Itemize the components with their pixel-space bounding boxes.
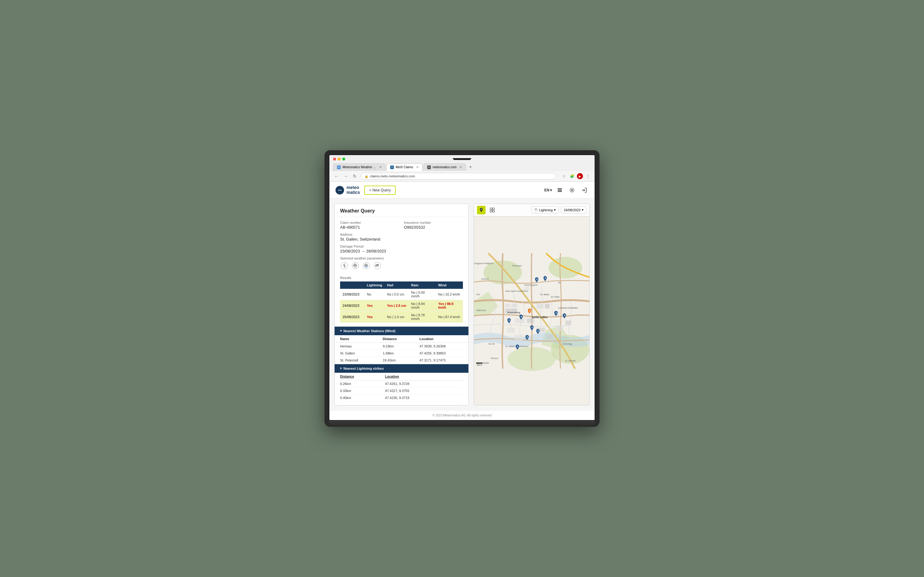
- insurance-number-label: Insurance number: [404, 221, 463, 224]
- tab-label-api: Meteomatics Weather API: [342, 166, 376, 169]
- svg-rect-39: [507, 328, 515, 333]
- logo-line1: meteo: [347, 185, 360, 190]
- lightning-label: Nearest Lightning strikes: [343, 367, 384, 370]
- station-dist-3: 19.41km: [377, 356, 414, 364]
- extensions-button[interactable]: 🧩: [569, 173, 575, 179]
- back-button[interactable]: ←: [333, 174, 340, 179]
- col-header-date: [340, 282, 365, 289]
- svg-rect-35: [545, 304, 550, 309]
- table-row: 24/08/2023 Yes Yes | 2.5 cm No | 8.94 mm…: [340, 300, 463, 311]
- damage-period-value: 23/08/2023 → 28/08/2023: [340, 249, 463, 253]
- app-footer: © 2023 Meteomatics AG. All rights reserv…: [330, 410, 594, 420]
- cell-date-3: 25/08/2023: [340, 311, 365, 322]
- lightning-arrow-icon: ▾: [340, 367, 342, 370]
- svg-rect-44: [515, 335, 523, 340]
- station-name-1: Herisau: [334, 343, 377, 350]
- results-table: Lightning Hail Rain Wind 23/08/2023 No: [340, 282, 463, 323]
- main-layout: Weather Query Claim number AB-490571 Ins…: [330, 199, 594, 410]
- list-item: 0.26km 47.4261, 9.3728: [340, 380, 463, 387]
- lightning-loc-1: 47.4261, 9.3728: [385, 380, 463, 387]
- tabs-bar: M Meteomatics Weather API ✕ X MetX Claim…: [330, 163, 594, 171]
- forward-button[interactable]: →: [342, 174, 349, 179]
- map-date-label: 24/08/2023: [564, 208, 581, 212]
- stations-arrow-icon: ▾: [340, 329, 342, 332]
- panel-header: Weather Query: [334, 204, 468, 217]
- svg-point-8: [341, 262, 348, 269]
- wind-param-icon: [373, 261, 382, 270]
- map-layer-selector[interactable]: Lightning ▾: [531, 206, 559, 213]
- damage-period-label: Damage Period: [340, 245, 463, 248]
- tab-metx-claims[interactable]: X MetX Claims ✕: [386, 163, 423, 171]
- svg-text:Rosenberg: Rosenberg: [507, 311, 520, 314]
- svg-text:Sankt Gallen: Sankt Gallen: [531, 316, 548, 319]
- weather-params-label: Selected weather parameters: [340, 256, 463, 260]
- new-tab-button[interactable]: +: [467, 163, 474, 171]
- lightning-param-icon: [340, 261, 349, 270]
- tab-meteomatics-api[interactable]: M Meteomatics Weather API ✕: [333, 163, 386, 171]
- logout-button[interactable]: [580, 186, 588, 195]
- tab-close-claims[interactable]: ✕: [416, 166, 418, 169]
- svg-text:Joosruti: Joosruti: [481, 278, 489, 280]
- map-date-selector[interactable]: 24/08/2023 ▾: [561, 206, 586, 213]
- bookmark-button[interactable]: ☆: [561, 173, 567, 179]
- profile-button[interactable]: ▶: [577, 173, 583, 179]
- minimize-window-button[interactable]: [338, 158, 341, 161]
- address-value: St. Gallen, Switzerland: [340, 237, 463, 242]
- lightning-toggle[interactable]: ▾ Nearest Lightning strikes: [334, 364, 468, 373]
- app-header: meteo matics + New Query EN ▾: [330, 182, 594, 199]
- stations-toggle[interactable]: ▾ Nearest Weather Stations (Wind): [334, 327, 468, 335]
- list-view-button[interactable]: [556, 186, 564, 195]
- results-section: Results Lightning Hail Rain Wind: [334, 274, 468, 326]
- svg-rect-31: [505, 304, 510, 308]
- maximize-window-button[interactable]: [342, 158, 345, 161]
- settings-button[interactable]: [568, 186, 576, 195]
- svg-text:300 m: 300 m: [477, 364, 482, 366]
- svg-text:St. Georgen: St. Georgen: [565, 359, 576, 362]
- map-pin-view-button[interactable]: [477, 206, 486, 214]
- stations-col-distance: Distance: [377, 335, 414, 343]
- address-bar[interactable]: 🔒 claims.metx.meteomatics.com: [360, 173, 556, 179]
- cell-lightning-2: Yes: [365, 300, 385, 311]
- cell-wind-3: No | 67.4 km/h: [436, 311, 463, 322]
- copyright-text: © 2023 Meteomatics AG. All rights reserv…: [432, 414, 492, 417]
- reload-button[interactable]: ↻: [351, 174, 358, 179]
- tab-meteomatics-com[interactable]: m meteomatics.com ✕: [423, 163, 466, 171]
- svg-rect-34: [536, 304, 544, 309]
- svg-rect-37: [527, 318, 534, 323]
- svg-rect-5: [557, 190, 562, 190]
- map-background: Joosruti Rotmonten Ruti Sitterhusli SG 5…: [474, 217, 590, 405]
- cell-lightning-3: Yes: [365, 311, 385, 322]
- col-header-hail: Hail: [385, 282, 409, 289]
- cell-wind-2: Yes | 98.9 km/h: [436, 300, 463, 311]
- stations-col-location: Location: [414, 335, 468, 343]
- new-query-button[interactable]: + New Query: [364, 185, 396, 195]
- menu-button[interactable]: ⋮: [585, 173, 591, 179]
- svg-point-2: [339, 190, 340, 190]
- rain-param-icon: [362, 261, 371, 270]
- lang-text: EN: [544, 188, 549, 192]
- svg-text:Riethusli: Riethusli: [491, 357, 498, 359]
- tab-favicon-api: M: [337, 166, 341, 169]
- stations-section: ▾ Nearest Weather Stations (Wind) Name D…: [334, 326, 468, 364]
- lightning-table: Distance Location 0.26km 47.4261, 9.3728: [340, 373, 463, 401]
- list-item: 0.33km 47.4227, 9.3755: [340, 387, 463, 394]
- list-item: 0.40km 47.4235, 9.3719: [340, 394, 463, 401]
- header-right: EN ▾: [544, 186, 588, 195]
- map-grid-view-button[interactable]: [488, 206, 496, 214]
- svg-text:Rosenbergturm: Rosenbergturm: [524, 284, 538, 286]
- svg-point-12: [356, 267, 357, 268]
- tab-close-com[interactable]: ✕: [460, 166, 462, 169]
- svg-rect-21: [490, 210, 492, 212]
- stations-table: Name Distance Location Herisau 9.23km 47…: [334, 335, 468, 364]
- tab-close-api[interactable]: ✕: [379, 166, 382, 169]
- lightning-section: ▾ Nearest Lightning strikes Distance Loc…: [334, 364, 468, 405]
- svg-rect-6: [557, 191, 562, 192]
- svg-line-14: [365, 266, 365, 268]
- cell-date-2: 24/08/2023: [340, 300, 365, 311]
- cell-hail-2: Yes | 2.5 cm: [385, 300, 409, 311]
- weather-params-icons: [340, 261, 463, 270]
- lightning-loc-3: 47.4235, 9.3719: [385, 394, 463, 401]
- url-text: claims.metx.meteomatics.com: [370, 174, 415, 178]
- language-selector[interactable]: EN ▾: [544, 188, 552, 192]
- close-window-button[interactable]: [333, 158, 336, 161]
